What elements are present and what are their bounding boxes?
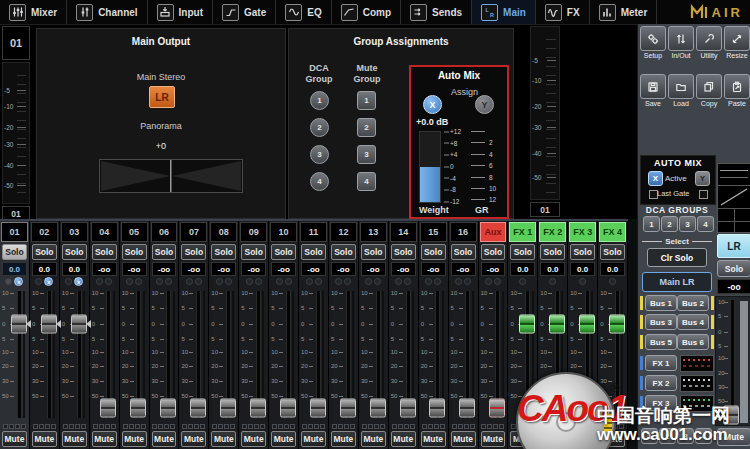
fx1-select-button[interactable]: FX 1 [640,355,677,371]
pan-mini-display[interactable] [717,208,750,233]
dca-group-1-button[interactable]: 1 [310,91,329,110]
fader-cap[interactable] [579,314,595,333]
resize-button[interactable]: Resize [724,26,750,59]
fader-cap[interactable] [340,398,356,417]
main-lr-button[interactable]: Main LR [642,272,712,292]
bus4-button[interactable]: Bus 4 [677,314,714,330]
dca-group-select-2[interactable]: 2 [661,216,678,232]
automix-assign-x-button[interactable]: X [423,95,442,114]
channel-label[interactable]: 04 [91,222,118,242]
mute-button[interactable]: Mute [152,431,177,447]
fader-cap[interactable] [190,398,206,417]
tab-input[interactable]: Input [148,0,213,24]
mute-button[interactable]: Mute [181,431,206,447]
dca-group-4-button[interactable]: 4 [310,172,329,191]
dca-group-select-3[interactable]: 3 [679,216,696,232]
solo-button[interactable]: Solo [421,244,446,260]
mute-button[interactable]: Mute [301,431,326,447]
fader-cap[interactable] [549,314,565,333]
solo-button[interactable]: Solo [570,244,595,260]
bus6-button[interactable]: Bus 6 [677,334,714,350]
fader-cap[interactable] [100,398,116,417]
copy-button[interactable]: Copy [696,74,722,107]
bus5-button[interactable]: Bus 5 [640,334,677,350]
mute-button[interactable]: Mute [92,431,117,447]
fader-cap[interactable] [11,314,27,333]
mute-button[interactable]: Mute [271,431,296,447]
fx2-select-button[interactable]: FX 2 [640,375,677,391]
channel-label[interactable]: FX 3 [569,222,596,242]
channel-label[interactable]: 06 [151,222,178,242]
solo-button[interactable]: Solo [540,244,565,260]
mute-button[interactable]: Mute [421,431,446,447]
fader-cap[interactable] [280,398,296,417]
master-lr-tab[interactable]: LR [717,234,750,258]
clear-solo-button[interactable]: Clr Solo [647,248,707,267]
channel-label[interactable]: 12 [330,222,357,242]
mute-button[interactable]: Mute [2,431,27,447]
automix-assign-y-button[interactable]: Y [475,95,494,114]
channel-label[interactable]: 02 [31,222,58,242]
pan-slider[interactable] [99,159,243,193]
automix-y-button[interactable]: Y [695,171,710,186]
paste-button[interactable]: Paste [724,74,750,107]
channel-label[interactable]: 08 [210,222,237,242]
tab-eq[interactable]: EQ [276,0,331,24]
channel-label[interactable]: FX 2 [539,222,566,242]
solo-button[interactable]: Solo [181,244,206,260]
fx1-display[interactable] [680,355,714,372]
fader-cap[interactable] [310,398,326,417]
mute-button[interactable]: Mute [122,431,147,447]
solo-button[interactable]: Solo [32,244,57,260]
solo-button[interactable]: Solo [481,244,506,260]
channel-label[interactable]: FX 1 [509,222,536,242]
fx2-display[interactable] [680,375,714,392]
solo-button[interactable]: Solo [391,244,416,260]
eq-mini-display[interactable] [717,163,750,186]
automix-x-button[interactable]: X [648,171,663,186]
fader-cap[interactable] [220,398,236,417]
channel-label[interactable]: 16 [450,222,477,242]
channel-label[interactable]: 13 [360,222,387,242]
save-button[interactable]: Save [640,74,666,107]
master-solo-button[interactable]: Solo [717,260,750,277]
mute-group-1-button[interactable]: 1 [357,91,376,110]
fader-cap[interactable] [459,398,475,417]
dca-group-select-1[interactable]: 1 [643,216,660,232]
mute-button[interactable]: Mute [361,431,386,447]
channel-label[interactable]: 01 [1,222,28,242]
channel-label[interactable]: 09 [240,222,267,242]
tab-main[interactable]: LRMain [472,0,536,24]
solo-button[interactable]: Solo [62,244,87,260]
bus1-button[interactable]: Bus 1 [640,295,677,311]
bus3-button[interactable]: Bus 3 [640,314,677,330]
tab-gate[interactable]: Gate [213,0,276,24]
utility-button[interactable]: Utility [696,26,722,59]
fader-cap[interactable] [71,314,87,333]
fader-cap[interactable] [489,398,505,417]
fader-cap[interactable] [160,398,176,417]
load-button[interactable]: Load [668,74,694,107]
comp-mini-display[interactable] [717,185,750,209]
bus2-button[interactable]: Bus 2 [677,295,714,311]
fader-cap[interactable] [400,398,416,417]
tab-comp[interactable]: Comp [332,0,401,24]
mute-group-2-button[interactable]: 2 [357,118,376,137]
mute-group-4-button[interactable]: 4 [357,172,376,191]
solo-button[interactable]: Solo [361,244,386,260]
mute-button[interactable]: Mute [211,431,236,447]
dca-group-2-button[interactable]: 2 [310,118,329,137]
mute-button[interactable]: Mute [241,431,266,447]
setup-button[interactable]: Setup [640,26,666,59]
mute-button[interactable]: Mute [331,431,356,447]
solo-button[interactable]: Solo [301,244,326,260]
channel-label[interactable]: 03 [61,222,88,242]
mute-button[interactable]: Mute [391,431,416,447]
fader-cap[interactable] [250,398,266,417]
channel-label[interactable]: 10 [270,222,297,242]
inout-button[interactable]: In/Out [668,26,694,59]
fader-cap[interactable] [130,398,146,417]
solo-button[interactable]: Solo [510,244,535,260]
tab-channel[interactable]: Channel [67,0,147,24]
tab-fx[interactable]: FX [536,0,590,24]
